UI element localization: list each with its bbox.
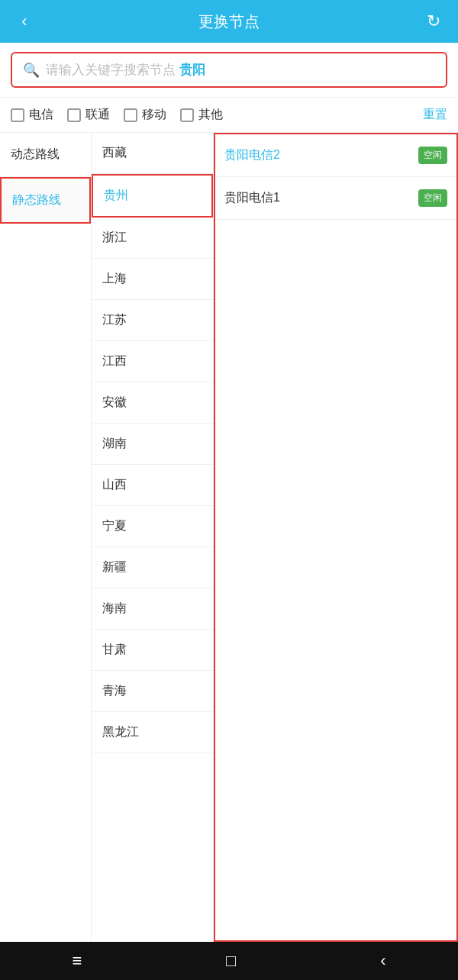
province-anhui[interactable]: 安徽 [92, 382, 213, 424]
province-guizhou[interactable]: 贵州 [92, 174, 213, 218]
filter-liantong[interactable]: 联通 [67, 107, 110, 123]
header: ‹ 更换节点 ↻ [0, 0, 458, 43]
node-badge-1: 空闲 [418, 147, 447, 164]
node-guiyang-dianxin2[interactable]: 贵阳电信2 空闲 [215, 134, 456, 177]
nav-back-icon[interactable]: ‹ [380, 951, 385, 971]
reset-button[interactable]: 重置 [423, 107, 447, 123]
province-ningxia[interactable]: 宁夏 [92, 506, 213, 547]
route-dynamic[interactable]: 动态路线 [0, 133, 91, 177]
search-box[interactable]: 🔍 请输入关键字搜索节点 贵阳 [11, 52, 447, 88]
checkbox-other[interactable] [180, 108, 194, 122]
filter-yidong[interactable]: 移动 [124, 107, 166, 123]
search-placeholder: 请输入关键字搜索节点 [46, 61, 176, 79]
node-name-2: 贵阳电信1 [224, 190, 280, 206]
content-area: 动态路线 静态路线 西藏 贵州 浙江 上海 江苏 江西 安徽 湖南 山西 宁夏 … [0, 133, 458, 942]
province-xinjiang[interactable]: 新疆 [92, 547, 213, 588]
province-heilongjiang[interactable]: 黑龙江 [92, 712, 213, 753]
bottom-nav: ≡ □ ‹ [0, 942, 458, 980]
filter-dianxin-label: 电信 [29, 107, 53, 123]
filter-liantong-label: 联通 [85, 107, 110, 123]
province-jiangsu[interactable]: 江苏 [92, 300, 213, 341]
refresh-button[interactable]: ↻ [421, 11, 446, 31]
back-button[interactable]: ‹ [12, 11, 37, 31]
search-container: 🔍 请输入关键字搜索节点 贵阳 [0, 43, 458, 98]
province-xizang[interactable]: 西藏 [92, 133, 213, 174]
province-qinghai[interactable]: 青海 [92, 671, 213, 712]
node-badge-2: 空闲 [418, 189, 447, 207]
province-zhejiang[interactable]: 浙江 [92, 218, 213, 259]
filter-row: 电信 联通 移动 其他 重置 [0, 98, 458, 133]
province-hainan[interactable]: 海南 [92, 588, 213, 630]
filter-yidong-label: 移动 [142, 107, 166, 123]
node-guiyang-dianxin1[interactable]: 贵阳电信1 空闲 [215, 177, 456, 220]
province-hunan[interactable]: 湖南 [92, 424, 213, 465]
province-shanghai[interactable]: 上海 [92, 259, 213, 300]
node-column: 贵阳电信2 空闲 贵阳电信1 空闲 [214, 133, 458, 942]
node-name-1: 贵阳电信2 [224, 147, 280, 163]
search-keyword: 贵阳 [176, 61, 205, 79]
province-shanxi[interactable]: 山西 [92, 465, 213, 506]
province-jiangxi[interactable]: 江西 [92, 341, 213, 382]
route-static[interactable]: 静态路线 [0, 177, 91, 224]
filter-other-label: 其他 [198, 107, 223, 123]
checkbox-liantong[interactable] [67, 108, 81, 122]
filter-dianxin[interactable]: 电信 [11, 107, 53, 123]
route-column: 动态路线 静态路线 [0, 133, 92, 942]
nav-menu-icon[interactable]: ≡ [72, 951, 82, 971]
nav-home-icon[interactable]: □ [226, 951, 236, 971]
checkbox-yidong[interactable] [124, 108, 137, 122]
province-gansu[interactable]: 甘肃 [92, 630, 213, 671]
page-title: 更换节点 [198, 11, 260, 32]
search-icon: 🔍 [23, 62, 40, 79]
checkbox-dianxin[interactable] [11, 108, 24, 122]
province-column: 西藏 贵州 浙江 上海 江苏 江西 安徽 湖南 山西 宁夏 新疆 海南 甘肃 青… [92, 133, 214, 942]
filter-other[interactable]: 其他 [180, 107, 223, 123]
